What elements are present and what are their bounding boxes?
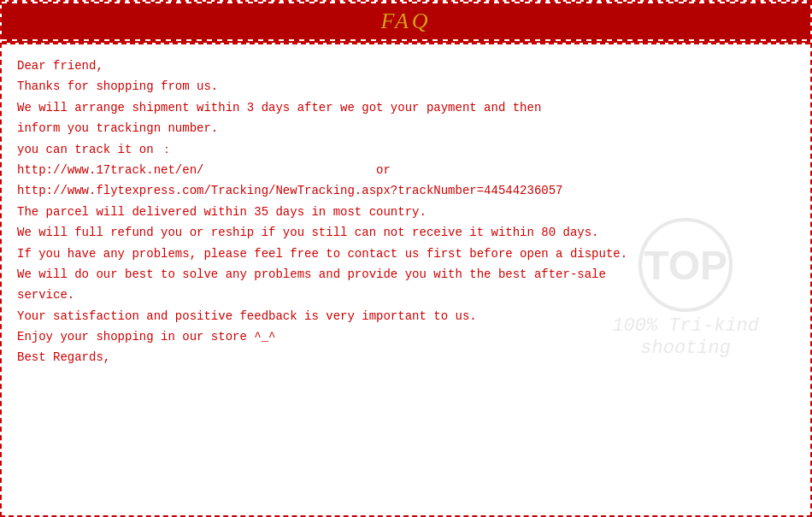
line-6: http://www.17track.net/en/ or xyxy=(17,161,795,179)
faq-title: FAQ xyxy=(380,9,431,33)
line-1: Dear friend, xyxy=(17,56,795,75)
line-11: We will do our best to solve any problem… xyxy=(17,265,795,284)
line-7: http://www.flytexpress.com/Tracking/NewT… xyxy=(17,181,795,200)
line-13: Your satisfaction and positive feedback … xyxy=(17,307,795,326)
line-14: Enjoy your shopping in our store ^_^ xyxy=(17,327,795,346)
line-9: We will full refund you or reship if you… xyxy=(17,223,795,242)
page-container: FAQ Dear friend, Thanks for shopping fro… xyxy=(0,0,812,517)
line-8: The parcel will delivered within 35 days… xyxy=(17,203,795,221)
line-2: Thanks for shopping from us. xyxy=(17,77,795,96)
line-10: If you have any problems, please feel fr… xyxy=(17,244,795,263)
line-5: you can track it on ： xyxy=(17,140,795,159)
line-3: We will arrange shipment within 3 days a… xyxy=(17,98,795,117)
line-12: service. xyxy=(17,285,795,304)
header-bar: FAQ xyxy=(2,2,810,43)
line-15: Best Regards, xyxy=(17,348,795,367)
line-4: inform you trackingn number. xyxy=(17,119,795,138)
content-area: Dear friend, Thanks for shopping from us… xyxy=(2,44,810,378)
